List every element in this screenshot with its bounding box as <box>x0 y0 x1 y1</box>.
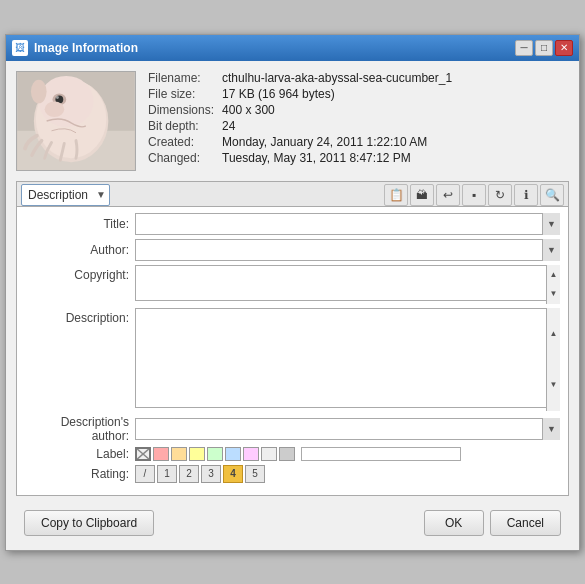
author-input-wrapper: ▼ <box>135 239 560 261</box>
desc-author-row: Description's author: ▼ <box>25 415 560 443</box>
copyright-scroll-up[interactable]: ▲ <box>547 265 560 285</box>
main-window: 🖼 Image Information ─ □ ✕ <box>5 34 580 551</box>
copyright-input[interactable] <box>135 265 560 301</box>
rating-stars-row: / 1 2 3 4 5 <box>135 465 265 483</box>
toolbar-back-btn[interactable]: ↩ <box>436 184 460 206</box>
tab-toolbar: 📋 🏔 ↩ ▪ ↻ ℹ 🔍 <box>384 184 564 206</box>
close-button[interactable]: ✕ <box>555 40 573 56</box>
minimize-button[interactable]: ─ <box>515 40 533 56</box>
label-color-gray[interactable] <box>279 447 295 461</box>
title-row: Title: ▼ <box>25 213 560 235</box>
toolbar-clipboard-btn[interactable]: 📋 <box>384 184 408 206</box>
rating-star-4[interactable]: 4 <box>223 465 243 483</box>
maximize-button[interactable]: □ <box>535 40 553 56</box>
label-label: Label: <box>25 447 135 461</box>
created-label: Created: <box>148 135 214 149</box>
right-buttons: OK Cancel <box>424 510 561 536</box>
description-input[interactable] <box>135 308 560 408</box>
author-row: Author: ▼ <box>25 239 560 261</box>
toolbar-image-btn[interactable]: 🏔 <box>410 184 434 206</box>
rating-star-3[interactable]: 3 <box>201 465 221 483</box>
toolbar-square-btn[interactable]: ▪ <box>462 184 486 206</box>
top-section: Filename: cthulhu-larva-aka-abyssal-sea-… <box>16 71 569 171</box>
desc-author-input-wrapper: ▼ <box>135 418 560 440</box>
label-color-yellow[interactable] <box>189 447 205 461</box>
tab-bar: Description EXIF IPTC XMP Comment ▼ 📋 🏔 … <box>17 182 568 207</box>
svg-point-7 <box>56 96 59 99</box>
label-color-purple[interactable] <box>243 447 259 461</box>
titlebar: 🖼 Image Information ─ □ ✕ <box>6 35 579 61</box>
author-input[interactable] <box>135 239 560 261</box>
changed-value: Tuesday, May 31, 2011 8:47:12 PM <box>222 151 569 165</box>
copyright-textarea-wrapper: ▲ ▼ <box>135 265 560 304</box>
window-title: Image Information <box>34 41 138 55</box>
copyright-scrollbar: ▲ ▼ <box>546 265 560 304</box>
toolbar-refresh-btn[interactable]: ↻ <box>488 184 512 206</box>
author-label: Author: <box>25 243 135 257</box>
label-color-blue[interactable] <box>225 447 241 461</box>
label-color-green[interactable] <box>207 447 223 461</box>
rating-star-2[interactable]: 2 <box>179 465 199 483</box>
copyright-label: Copyright: <box>25 265 135 282</box>
bottom-buttons: Copy to Clipboard OK Cancel <box>16 504 569 540</box>
toolbar-info-btn[interactable]: ℹ <box>514 184 538 206</box>
filesize-value: 17 KB (16 964 bytes) <box>222 87 569 101</box>
copyright-row: Copyright: ▲ ▼ <box>25 265 560 304</box>
bitdepth-label: Bit depth: <box>148 119 214 133</box>
image-thumbnail <box>16 71 136 171</box>
dimensions-label: Dimensions: <box>148 103 214 117</box>
filename-label: Filename: <box>148 71 214 85</box>
rating-star-slash[interactable]: / <box>135 465 155 483</box>
label-color-light[interactable] <box>261 447 277 461</box>
label-color-orange[interactable] <box>171 447 187 461</box>
description-scrollbar: ▲ ▼ <box>546 308 560 411</box>
rating-star-5[interactable]: 5 <box>245 465 265 483</box>
cancel-button[interactable]: Cancel <box>490 510 561 536</box>
description-scroll-up[interactable]: ▲ <box>547 308 560 360</box>
ok-button[interactable]: OK <box>424 510 484 536</box>
description-scroll-down[interactable]: ▼ <box>547 359 560 411</box>
desc-author-label: Description's author: <box>25 415 135 443</box>
titlebar-left: 🖼 Image Information <box>12 40 138 56</box>
svg-point-4 <box>39 75 94 126</box>
description-textarea-wrapper: ▲ ▼ <box>135 308 560 411</box>
rating-label: Rating: <box>25 467 135 481</box>
description-label: Description: <box>25 308 135 325</box>
title-label: Title: <box>25 217 135 231</box>
form-area: Title: ▼ Author: ▼ Copyright: <box>17 207 568 495</box>
desc-author-dropdown-arrow[interactable]: ▼ <box>542 418 560 440</box>
titlebar-controls: ─ □ ✕ <box>515 40 573 56</box>
toolbar-search-btn[interactable]: 🔍 <box>540 184 564 206</box>
tab-section: Description EXIF IPTC XMP Comment ▼ 📋 🏔 … <box>16 181 569 496</box>
label-colors-row <box>135 447 461 461</box>
label-color-swatch-checked[interactable] <box>135 447 151 461</box>
desc-author-input[interactable] <box>135 418 560 440</box>
description-row: Description: ▲ ▼ <box>25 308 560 411</box>
dimensions-value: 400 x 300 <box>222 103 569 117</box>
label-color-red[interactable] <box>153 447 169 461</box>
changed-label: Changed: <box>148 151 214 165</box>
filename-value: cthulhu-larva-aka-abyssal-sea-cucumber_1 <box>222 71 569 85</box>
filesize-label: File size: <box>148 87 214 101</box>
copy-clipboard-button[interactable]: Copy to Clipboard <box>24 510 154 536</box>
created-value: Monday, January 24, 2011 1:22:10 AM <box>222 135 569 149</box>
title-input[interactable] <box>135 213 560 235</box>
label-section: Label: <box>25 447 560 461</box>
window-icon: 🖼 <box>12 40 28 56</box>
bitdepth-value: 24 <box>222 119 569 133</box>
tab-selector-wrapper: Description EXIF IPTC XMP Comment ▼ <box>21 184 110 206</box>
window-content: Filename: cthulhu-larva-aka-abyssal-sea-… <box>6 61 579 550</box>
copyright-scroll-down[interactable]: ▼ <box>547 284 560 304</box>
author-dropdown-arrow[interactable]: ▼ <box>542 239 560 261</box>
rating-section: Rating: / 1 2 3 4 5 <box>25 465 560 483</box>
svg-point-8 <box>45 101 65 117</box>
tab-selector[interactable]: Description EXIF IPTC XMP Comment <box>21 184 110 206</box>
title-input-wrapper: ▼ <box>135 213 560 235</box>
svg-point-9 <box>31 79 47 103</box>
file-info: Filename: cthulhu-larva-aka-abyssal-sea-… <box>148 71 569 171</box>
title-dropdown-arrow[interactable]: ▼ <box>542 213 560 235</box>
label-color-text-input[interactable] <box>301 447 461 461</box>
rating-star-1[interactable]: 1 <box>157 465 177 483</box>
